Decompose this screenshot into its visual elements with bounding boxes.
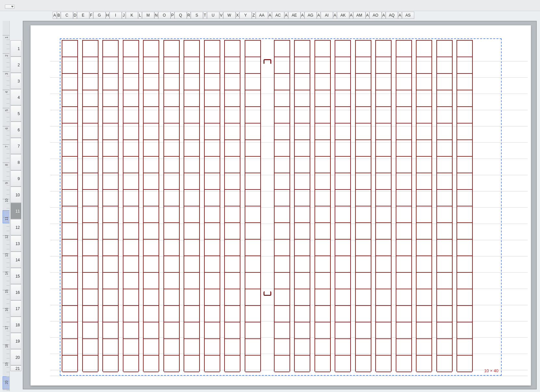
row-header-cell[interactable]: 17 bbox=[10, 300, 21, 317]
ruler-label: 12 bbox=[5, 235, 8, 239]
column-header-cell[interactable]: C bbox=[61, 12, 73, 19]
row-header-cell[interactable]: 10 bbox=[10, 187, 21, 203]
row-header-cell[interactable]: 3 bbox=[10, 73, 21, 89]
ruler-label: 13 bbox=[5, 253, 8, 257]
row-header-cell[interactable]: 20 bbox=[10, 349, 21, 365]
column-header-cell[interactable]: AS bbox=[402, 12, 414, 19]
column-header-cell[interactable]: Q bbox=[174, 12, 187, 19]
row-header-cell[interactable]: 4 bbox=[10, 89, 21, 105]
ruler-label: 19 bbox=[5, 362, 8, 366]
ruler-label: 6 bbox=[5, 127, 8, 129]
ruler-label: 20 bbox=[5, 381, 8, 384]
column-header-cell[interactable]: AE bbox=[288, 12, 301, 19]
column-header-cell[interactable]: A bbox=[398, 12, 402, 19]
row-header-cell[interactable]: 7 bbox=[10, 138, 21, 154]
row-header-cell[interactable]: 6 bbox=[10, 122, 21, 138]
row-header-cell[interactable]: 16 bbox=[10, 284, 21, 300]
column-header-cell[interactable]: X bbox=[236, 12, 240, 19]
column-header-cell[interactable]: U bbox=[207, 12, 219, 19]
column-header-cell[interactable]: V bbox=[219, 12, 224, 19]
row-header-cell[interactable]: 11 bbox=[10, 203, 21, 219]
column-header-cell[interactable]: G bbox=[93, 12, 106, 19]
row-header-cell[interactable]: 1 bbox=[10, 40, 21, 57]
page[interactable]: 10 × 40 bbox=[31, 25, 531, 385]
column-header-cell[interactable]: B bbox=[57, 12, 61, 19]
column-header-cell[interactable]: F bbox=[89, 12, 94, 19]
column-header-cell[interactable]: S bbox=[191, 12, 203, 19]
ruler-label: 9 bbox=[5, 182, 8, 184]
column-header-cell[interactable]: AO bbox=[369, 12, 382, 19]
column-header-cell[interactable]: AA bbox=[256, 12, 268, 19]
canvas-area: 10 × 40 bbox=[23, 21, 537, 389]
ruler-label: 11 bbox=[5, 217, 8, 220]
row-header-cell[interactable]: 18 bbox=[10, 317, 21, 333]
ruler-label: 18 bbox=[5, 344, 8, 348]
row-header-cell[interactable]: 2 bbox=[10, 57, 21, 73]
column-header-cell[interactable]: M bbox=[142, 12, 154, 19]
column-header-cell[interactable]: A bbox=[366, 12, 370, 19]
column-header-cell[interactable]: AI bbox=[321, 12, 333, 19]
ruler-label: 14 bbox=[5, 271, 8, 275]
row-header-cell[interactable]: 12 bbox=[10, 219, 21, 235]
column-header-cell[interactable]: AC bbox=[272, 12, 284, 19]
row-header-cell[interactable]: 5 bbox=[10, 105, 21, 122]
column-header-cell[interactable]: K bbox=[126, 12, 138, 19]
column-header-cell[interactable]: P bbox=[171, 12, 175, 19]
ruler-label: 7 bbox=[5, 146, 8, 148]
ruler-label: 5 bbox=[5, 109, 8, 111]
row-header-cell[interactable]: 15 bbox=[10, 268, 21, 284]
column-header-cell[interactable]: Y bbox=[239, 12, 252, 19]
ruler-label: 4 bbox=[5, 91, 8, 93]
column-header-cell[interactable]: A bbox=[317, 12, 321, 19]
column-header-cell[interactable]: A bbox=[53, 12, 57, 19]
vertical-ruler[interactable]: 1234567891011121314151617181920 bbox=[3, 21, 10, 391]
column-header-cell[interactable]: A bbox=[301, 12, 305, 19]
column-header-cell[interactable]: AM bbox=[353, 12, 366, 19]
row-header-cell[interactable]: 21 bbox=[10, 365, 21, 371]
column-header-cell[interactable]: J bbox=[122, 12, 126, 19]
row-header-cell[interactable]: 14 bbox=[10, 252, 21, 268]
chevron-down-icon bbox=[11, 6, 14, 7]
manuscript-grid bbox=[62, 40, 473, 372]
ruler-label: 15 bbox=[5, 290, 8, 293]
column-header-cell[interactable]: W bbox=[223, 12, 236, 19]
column-header-cell[interactable]: T bbox=[203, 12, 207, 19]
column-header-cell[interactable]: A bbox=[268, 12, 272, 19]
column-header-cell[interactable]: E bbox=[77, 12, 89, 19]
top-strip bbox=[0, 0, 540, 11]
grid-size-label: 10 × 40 bbox=[484, 368, 498, 373]
column-header[interactable]: ABCDEFGHIJKLMNOPQRSTUVWXYZAAAACAAEAAGAAI… bbox=[0, 12, 540, 20]
ruler-label: 1 bbox=[5, 36, 8, 38]
column-header-cell[interactable]: I bbox=[109, 12, 122, 19]
column-header-cell[interactable]: AQ bbox=[386, 12, 398, 19]
column-header-cell[interactable]: AG bbox=[304, 12, 317, 19]
column-header-cell[interactable]: O bbox=[158, 12, 171, 19]
ruler-label: 10 bbox=[5, 199, 8, 202]
row-header-cell[interactable]: 9 bbox=[10, 170, 21, 187]
column-header-cell[interactable]: A bbox=[333, 12, 337, 19]
ruler-label: 2 bbox=[5, 55, 8, 57]
row-header[interactable]: 123456789101112131415161718192021 bbox=[10, 21, 21, 389]
ruler-label: 16 bbox=[5, 308, 8, 311]
row-header-cell[interactable]: 19 bbox=[10, 333, 21, 349]
column-header-cell[interactable]: N bbox=[154, 12, 159, 19]
column-header-cell[interactable]: D bbox=[73, 12, 77, 19]
ruler-label: 8 bbox=[5, 164, 8, 166]
column-header-cell[interactable]: H bbox=[106, 12, 110, 19]
spine-top-icon bbox=[264, 59, 271, 64]
row-header-cell[interactable]: 8 bbox=[10, 154, 21, 170]
namebox-dropdown[interactable] bbox=[5, 5, 15, 9]
spine-bottom-icon bbox=[264, 291, 271, 296]
column-header-cell[interactable]: A bbox=[349, 12, 354, 19]
row-header-cell[interactable]: 13 bbox=[10, 235, 21, 252]
ruler-label: 17 bbox=[5, 326, 8, 330]
column-header-cell[interactable]: A bbox=[382, 12, 386, 19]
ruler-label: 3 bbox=[5, 73, 8, 75]
column-header-cell[interactable]: L bbox=[138, 12, 142, 19]
column-header-cell[interactable]: R bbox=[187, 12, 191, 19]
column-header-cell[interactable]: A bbox=[284, 12, 289, 19]
column-header-cell[interactable]: Z bbox=[252, 12, 256, 19]
column-header-cell[interactable]: AK bbox=[337, 12, 349, 19]
